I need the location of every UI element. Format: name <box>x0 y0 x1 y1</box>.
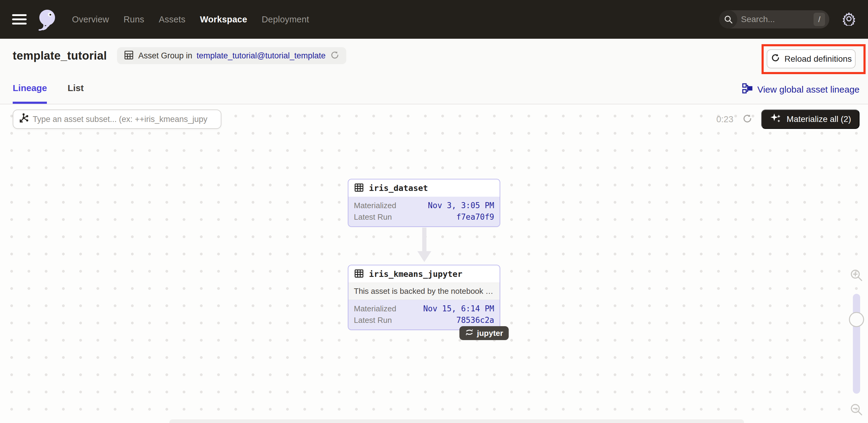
node-row-materialized: Materialized Nov 15, 6:14 PM <box>354 303 494 314</box>
materialized-timestamp[interactable]: Nov 15, 6:14 PM <box>423 304 494 313</box>
tab-lineage[interactable]: Lineage <box>13 83 47 104</box>
asset-group-link[interactable]: template_tutorial@tutorial_template <box>196 51 326 61</box>
node-row-latest-run: Latest Run 78536c2a <box>354 314 494 326</box>
row-label: Materialized <box>354 304 396 313</box>
table-grid-icon <box>354 268 364 280</box>
lineage-graph-icon <box>742 83 752 96</box>
nav-item-assets[interactable]: Assets <box>159 14 185 25</box>
graph-query-icon <box>18 113 29 125</box>
asset-node-iris-dataset[interactable]: iris_dataset Materialized Nov 3, 3:05 PM… <box>348 179 500 227</box>
search-input[interactable] <box>741 14 805 24</box>
refresh-icon[interactable] <box>742 113 753 125</box>
node-row-materialized: Materialized Nov 3, 3:05 PM <box>354 200 494 211</box>
sparkles-icon <box>770 112 782 126</box>
reload-icon <box>771 53 780 65</box>
zoom-controls <box>847 268 866 423</box>
zoom-in-icon[interactable] <box>847 268 866 282</box>
breadcrumb-reload-icon[interactable] <box>330 50 340 61</box>
zoom-out-icon[interactable] <box>847 403 866 417</box>
page-title: template_tutorial <box>13 49 107 62</box>
latest-run-id[interactable]: 78536c2a <box>456 315 494 325</box>
search-shortcut-key: / <box>813 13 825 26</box>
asset-group-breadcrumb: Asset Group in template_tutorial@tutoria… <box>117 47 346 64</box>
reload-definitions-label: Reload definitions <box>784 54 852 64</box>
jupyter-icon <box>465 328 474 339</box>
view-global-asset-lineage-link[interactable]: View global asset lineage <box>742 83 860 96</box>
nav-item-overview[interactable]: Overview <box>72 14 109 25</box>
asset-node-iris-kmeans-jupyter[interactable]: iris_kmeans_jupyter This asset is backed… <box>348 265 500 330</box>
nav-item-deployment[interactable]: Deployment <box>261 14 309 25</box>
asset-node-title: iris_dataset <box>369 183 428 193</box>
search-box[interactable]: / <box>719 10 829 28</box>
asset-group-grid-icon <box>124 50 134 61</box>
lineage-edge-arrow <box>422 228 427 251</box>
node-row-latest-run: Latest Run f7ea70f9 <box>354 211 494 223</box>
nav-item-workspace[interactable]: Workspace <box>200 14 247 25</box>
table-grid-icon <box>354 182 364 194</box>
asset-group-label: Asset Group in <box>138 51 192 61</box>
refresh-timer: 0:23 <box>716 114 733 124</box>
asset-subset-input[interactable] <box>33 115 216 124</box>
jupyter-kind-tag[interactable]: jupyter <box>459 326 509 340</box>
bottom-panel-edge <box>169 419 744 423</box>
dagster-logo-icon[interactable] <box>35 8 58 31</box>
materialized-timestamp[interactable]: Nov 3, 3:05 PM <box>428 201 494 210</box>
settings-gear-icon[interactable] <box>842 12 856 27</box>
materialize-all-button[interactable]: Materialize all (2) <box>761 110 860 129</box>
zoom-slider-handle[interactable] <box>849 312 864 327</box>
row-label: Materialized <box>354 201 396 210</box>
view-tabs: Lineage List <box>13 83 84 104</box>
top-navbar: Overview Runs Assets Workspace Deploymen… <box>0 0 868 39</box>
zoom-slider[interactable] <box>853 294 860 394</box>
reload-definitions-button[interactable]: Reload definitions <box>767 49 856 68</box>
asset-description: This asset is backed by the notebook at … <box>348 282 500 300</box>
materialize-all-label: Materialize all (2) <box>787 114 851 124</box>
nav-item-runs[interactable]: Runs <box>123 14 144 25</box>
search-icon <box>719 10 737 28</box>
asset-node-title: iris_kmeans_jupyter <box>369 269 462 279</box>
asset-graph-canvas[interactable]: 0:23 Materialize all (2) iris_dataset Ma… <box>0 105 868 423</box>
asset-subset-filter[interactable] <box>13 110 221 129</box>
tab-list[interactable]: List <box>67 83 84 104</box>
page-header: template_tutorial Asset Group in templat… <box>0 39 868 104</box>
view-global-asset-lineage-label: View global asset lineage <box>757 84 860 95</box>
latest-run-id[interactable]: f7ea70f9 <box>456 212 494 221</box>
jupyter-tag-label: jupyter <box>477 329 503 338</box>
row-label: Latest Run <box>354 212 392 222</box>
row-label: Latest Run <box>354 315 392 325</box>
primary-nav: Overview Runs Assets Workspace Deploymen… <box>72 14 309 25</box>
menu-icon[interactable] <box>12 12 27 27</box>
